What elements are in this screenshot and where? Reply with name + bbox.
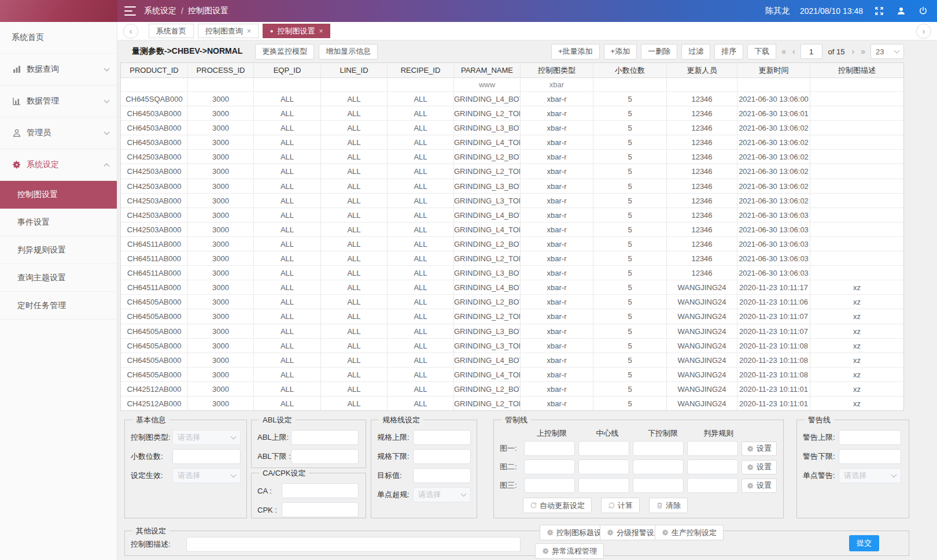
close-icon[interactable]: × xyxy=(319,27,323,35)
chart2-rule-input[interactable] xyxy=(687,459,738,474)
filter-cell[interactable] xyxy=(321,78,388,92)
clear-button[interactable]: 清除 xyxy=(649,498,688,513)
lsl-input[interactable] xyxy=(413,449,471,464)
filter-button[interactable]: 过滤 xyxy=(681,44,710,60)
table-row[interactable]: CH42503AB0003000ALLALLALLGRINDING_L2_TOP… xyxy=(121,164,903,179)
column-header[interactable]: 控制图类型 xyxy=(521,63,593,78)
table-row[interactable]: CH64503AB0003000ALLALLALLGRINDING_L4_TOP… xyxy=(121,135,903,150)
filter-cell[interactable] xyxy=(121,78,188,92)
table-row[interactable]: CH42503AB0003000ALLALLALLGRINDING_L3_TOP… xyxy=(121,194,903,208)
filter-cell[interactable] xyxy=(810,78,903,92)
table-row[interactable]: CH42512AB0003000ALLALLALLGRINDING_L2_BOT… xyxy=(121,382,903,396)
table-row[interactable]: CH645SQAB0003000ALLALLALLGRINDING_L4_BOT… xyxy=(121,92,903,106)
single-over-select[interactable]: 请选择 xyxy=(413,487,471,502)
column-header[interactable]: RECIPE_ID xyxy=(388,63,454,78)
warn-upper-input[interactable] xyxy=(839,430,901,445)
column-header[interactable]: PROCESS_ID xyxy=(188,63,254,78)
last-page-icon[interactable]: » xyxy=(859,47,866,56)
sidebar-item-system-settings[interactable]: 系统设定 xyxy=(0,149,117,181)
ca-input[interactable] xyxy=(282,483,359,498)
auto-update-button[interactable]: 自动更新设定 xyxy=(523,498,592,513)
abl-upper-input[interactable] xyxy=(291,430,359,445)
chart1-ucl-input[interactable] xyxy=(524,441,575,456)
add-button[interactable]: +添加 xyxy=(604,44,637,60)
chart2-set-button[interactable]: 设置 xyxy=(742,460,777,474)
close-icon[interactable]: × xyxy=(247,27,251,35)
chart3-lcl-input[interactable] xyxy=(633,478,684,493)
table-row[interactable]: CH64505AB0003000ALLALLALLGRINDING_L2_TOP… xyxy=(121,309,903,324)
effective-select[interactable]: 请选择 xyxy=(172,468,241,483)
abnormal-flow-button[interactable]: 异常流程管理 xyxy=(535,543,604,559)
chart3-cl-input[interactable] xyxy=(578,478,629,493)
sort-button[interactable]: 排序 xyxy=(714,44,743,60)
add-display-info-button[interactable]: 增加显示信息 xyxy=(319,44,378,60)
filter-cell[interactable] xyxy=(254,78,321,92)
page-number-input[interactable] xyxy=(800,44,822,59)
power-icon[interactable] xyxy=(917,5,929,17)
production-control-settings-button[interactable]: 生产控制设定 xyxy=(655,525,724,540)
column-header[interactable]: LINE_ID xyxy=(321,63,388,78)
page-size-select[interactable]: 23 xyxy=(870,44,904,59)
sidebar-item-data-query[interactable]: 数据查询 xyxy=(0,54,117,86)
column-header[interactable]: PRODUCT_ID xyxy=(121,63,188,78)
column-header[interactable]: 控制图描述 xyxy=(810,63,903,78)
filter-cell[interactable]: xbar xyxy=(521,78,593,92)
table-row[interactable]: CH64511AB0003000ALLALLALLGRINDING_L2_BOT… xyxy=(121,237,903,251)
sidebar-item-timed-task[interactable]: 定时任务管理 xyxy=(0,292,117,320)
table-row[interactable]: CH64505AB0003000ALLALLALLGRINDING_L3_BOT… xyxy=(121,324,903,339)
column-header[interactable]: 更新人员 xyxy=(667,63,737,78)
download-button[interactable]: 下载 xyxy=(747,44,776,60)
chart3-ucl-input[interactable] xyxy=(524,478,575,493)
sidebar-item-query-topic-settings[interactable]: 查询主题设置 xyxy=(0,264,117,292)
filter-cell[interactable] xyxy=(737,78,810,92)
chart1-cl-input[interactable] xyxy=(578,441,629,456)
column-header[interactable]: PARAM_NAME xyxy=(454,63,521,78)
table-row[interactable]: CH42503AB0003000ALLALLALLGRINDING_L4_TOP… xyxy=(121,222,903,237)
chart1-set-button[interactable]: 设置 xyxy=(742,442,777,456)
next-page-icon[interactable]: › xyxy=(851,47,856,56)
sidebar-item-admin[interactable]: 管理员 xyxy=(0,117,117,149)
decimals-input[interactable] xyxy=(172,449,241,464)
chart-desc-input[interactable] xyxy=(186,537,521,552)
table-row[interactable]: CH64511AB0003000ALLALLALLGRINDING_L4_BOT… xyxy=(121,280,903,295)
chart3-rule-input[interactable] xyxy=(687,478,738,493)
chart1-lcl-input[interactable] xyxy=(633,441,684,456)
table-row[interactable]: CH64503AB0003000ALLALLALLGRINDING_L2_TOP… xyxy=(121,106,903,121)
sidebar-item-control-chart-settings[interactable]: 控制图设置 xyxy=(0,181,117,209)
warn-lower-input[interactable] xyxy=(839,449,901,464)
tab-scroll-left-icon[interactable]: ‹ xyxy=(123,24,138,39)
calc-button[interactable]: 计算 xyxy=(601,498,640,513)
tab-home[interactable]: 系统首页 xyxy=(149,24,194,38)
table-row[interactable]: CH64505AB0003000ALLALLALLGRINDING_L4_BOT… xyxy=(121,353,903,368)
sidebar-item-event-settings[interactable]: 事件设置 xyxy=(0,209,117,236)
column-header[interactable]: EQP_ID xyxy=(254,63,321,78)
menu-collapse-icon[interactable] xyxy=(124,6,136,16)
chart3-set-button[interactable]: 设置 xyxy=(742,479,777,493)
filter-cell[interactable] xyxy=(188,78,254,92)
target-input[interactable] xyxy=(413,468,471,483)
filter-cell[interactable] xyxy=(388,78,454,92)
column-header[interactable]: 小数位数 xyxy=(593,63,667,78)
tab-control-chart-query[interactable]: 控制图查询 × xyxy=(198,24,259,38)
chart1-rule-input[interactable] xyxy=(687,441,738,456)
user-icon[interactable] xyxy=(895,5,907,17)
table-row[interactable]: CH64505AB0003000ALLALLALLGRINDING_L2_BOT… xyxy=(121,295,903,309)
table-row[interactable]: CH42512AB0003000ALLALLALLGRINDING_L2_TOP… xyxy=(121,396,903,411)
cpk-input[interactable] xyxy=(282,502,359,517)
chart-type-select[interactable]: 请选择 xyxy=(172,430,241,445)
table-row[interactable]: CH64511AB0003000ALLALLALLGRINDING_L2_TOP… xyxy=(121,251,903,266)
table-row[interactable]: CH64503AB0003000ALLALLALLGRINDING_L3_BOT… xyxy=(121,121,903,135)
abl-lower-input[interactable] xyxy=(291,449,359,464)
submit-button[interactable]: 提交 xyxy=(849,535,879,551)
prev-page-icon[interactable]: ‹ xyxy=(791,47,796,56)
table-row[interactable]: CH42503AB0003000ALLALLALLGRINDING_L4_BOT… xyxy=(121,208,903,222)
column-header[interactable]: 更新时间 xyxy=(737,63,810,78)
sidebar-item-rule-settings[interactable]: 判异规则设置 xyxy=(0,236,117,264)
sidebar-item-data-manage[interactable]: 数据管理 xyxy=(0,86,117,117)
table-row[interactable]: CH64505AB0003000ALLALLALLGRINDING_L4_TOP… xyxy=(121,368,903,382)
chart2-ucl-input[interactable] xyxy=(524,459,575,474)
table-row[interactable]: CH42503AB0003000ALLALLALLGRINDING_L3_BOT… xyxy=(121,179,903,194)
table-row[interactable]: CH42503AB0003000ALLALLALLGRINDING_L2_BOT… xyxy=(121,150,903,164)
batch-add-button[interactable]: +批量添加 xyxy=(551,44,600,60)
delete-button[interactable]: 一删除 xyxy=(641,44,677,60)
